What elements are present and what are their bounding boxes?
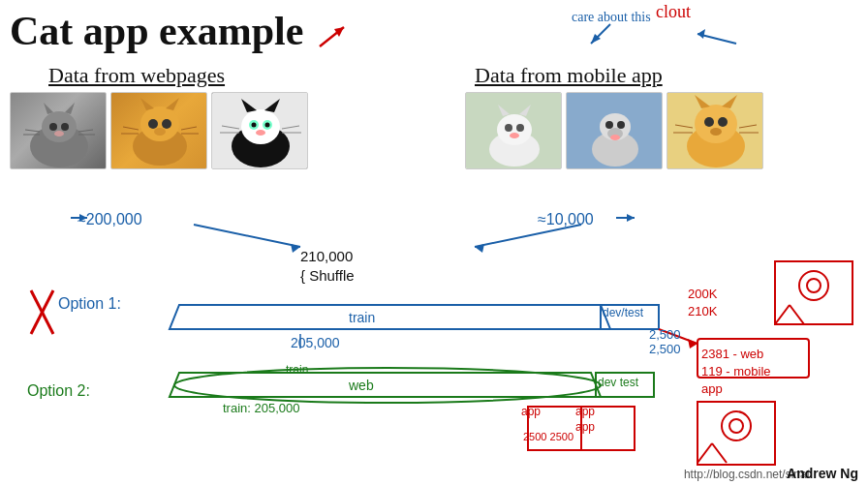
svg-point-43 bbox=[61, 123, 69, 131]
cat-image-5 bbox=[566, 92, 663, 169]
svg-line-33 bbox=[712, 443, 727, 463]
option1-devtest-label: dev/test bbox=[603, 306, 643, 319]
svg-line-56 bbox=[123, 127, 139, 130]
approx-mobile-count: ≈10,000 bbox=[538, 211, 594, 228]
option2-label: Option 2: bbox=[27, 382, 90, 400]
svg-rect-29 bbox=[698, 402, 775, 465]
svg-marker-27 bbox=[688, 339, 698, 349]
svg-marker-40 bbox=[44, 103, 53, 114]
svg-point-23 bbox=[807, 279, 821, 292]
n2500b-label: 2,500 bbox=[649, 342, 681, 356]
approx-web-count: ≈200,000 bbox=[78, 211, 142, 228]
option2-web-label: web bbox=[349, 378, 374, 393]
svg-line-58 bbox=[181, 127, 197, 130]
svg-point-36 bbox=[174, 368, 601, 403]
app-label-1: app bbox=[521, 405, 541, 420]
svg-point-53 bbox=[148, 119, 158, 129]
n2500a-label: 2,500 bbox=[649, 327, 681, 342]
svg-point-68 bbox=[265, 123, 270, 128]
svg-line-5 bbox=[698, 34, 736, 44]
clout-label: clout bbox=[656, 2, 691, 22]
n2381-web-label: 2381 - web119 - mobileapp bbox=[701, 346, 771, 399]
svg-marker-52 bbox=[166, 98, 179, 110]
svg-text:care about this: care about this bbox=[572, 10, 651, 24]
svg-point-76 bbox=[497, 114, 532, 145]
mobile-section-label: Data from mobile app bbox=[475, 63, 663, 88]
svg-point-55 bbox=[154, 128, 166, 136]
svg-line-0 bbox=[320, 27, 344, 46]
svg-point-69 bbox=[256, 130, 265, 136]
app-label-numbers: 2500 2500 bbox=[523, 431, 574, 442]
mobile-cat-images bbox=[465, 92, 763, 169]
svg-point-85 bbox=[605, 121, 613, 129]
svg-marker-6 bbox=[698, 29, 705, 39]
svg-point-81 bbox=[510, 133, 519, 138]
svg-point-22 bbox=[799, 271, 828, 300]
option1-train-label: train bbox=[349, 310, 375, 325]
shuffle-label: 210,000{ Shuffle bbox=[300, 247, 355, 285]
svg-point-67 bbox=[252, 123, 257, 128]
n205k-label: 205,000 bbox=[291, 335, 340, 350]
svg-marker-4 bbox=[591, 34, 601, 44]
svg-marker-17 bbox=[170, 373, 601, 397]
cat-image-1 bbox=[10, 92, 107, 169]
svg-point-91 bbox=[695, 105, 737, 143]
svg-point-50 bbox=[140, 106, 179, 141]
svg-marker-51 bbox=[140, 98, 154, 110]
svg-line-3 bbox=[591, 24, 610, 44]
app-label-2: appapp bbox=[575, 405, 595, 435]
svg-point-95 bbox=[718, 117, 728, 127]
cat-image-4 bbox=[465, 92, 562, 169]
option2-devtest-label: dev test bbox=[598, 376, 638, 389]
svg-point-54 bbox=[162, 119, 171, 129]
svg-line-47 bbox=[78, 130, 93, 132]
svg-line-20 bbox=[31, 290, 53, 334]
svg-point-44 bbox=[54, 131, 64, 136]
svg-point-62 bbox=[241, 109, 280, 144]
svg-marker-12 bbox=[627, 214, 635, 222]
n200k-210k: 200K210K bbox=[688, 286, 717, 320]
option2-train205k: train: 205,000 bbox=[223, 401, 300, 415]
svg-line-32 bbox=[698, 443, 712, 463]
svg-point-80 bbox=[516, 124, 524, 132]
svg-rect-21 bbox=[775, 261, 852, 324]
svg-point-88 bbox=[610, 135, 620, 140]
option2-train-top: train bbox=[286, 363, 308, 377]
svg-line-19 bbox=[31, 290, 53, 334]
cat-image-3 bbox=[211, 92, 308, 169]
svg-point-86 bbox=[617, 121, 625, 129]
svg-line-45 bbox=[25, 130, 40, 132]
svg-marker-15 bbox=[170, 305, 610, 329]
svg-point-39 bbox=[42, 111, 77, 142]
web-section-label: Data from webpages bbox=[48, 63, 225, 88]
svg-line-9 bbox=[194, 225, 300, 247]
web-cat-images bbox=[10, 92, 308, 169]
option1-label: Option 1: bbox=[58, 295, 121, 313]
svg-marker-10 bbox=[291, 244, 300, 253]
svg-point-79 bbox=[505, 124, 512, 132]
slide-title: Cat app example bbox=[10, 8, 303, 54]
svg-point-94 bbox=[704, 117, 714, 127]
svg-marker-41 bbox=[65, 103, 75, 114]
cat-image-2 bbox=[110, 92, 207, 169]
svg-line-25 bbox=[790, 305, 804, 324]
svg-point-30 bbox=[722, 411, 751, 440]
cat-image-6 bbox=[666, 92, 763, 169]
svg-line-24 bbox=[775, 305, 790, 324]
author-label: Andrew Ng bbox=[787, 466, 858, 481]
svg-point-31 bbox=[729, 419, 743, 433]
svg-point-42 bbox=[49, 123, 57, 131]
svg-point-96 bbox=[710, 128, 722, 136]
svg-marker-1 bbox=[334, 27, 344, 37]
svg-marker-14 bbox=[475, 244, 484, 253]
